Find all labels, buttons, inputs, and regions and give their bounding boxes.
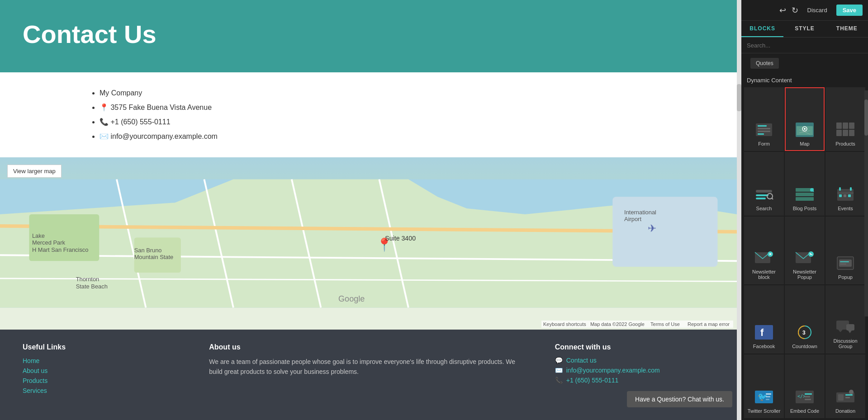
block-embed-code[interactable]: </> Embed Code: [785, 354, 825, 418]
svg-rect-39: [836, 130, 842, 136]
svg-rect-38: [849, 123, 854, 129]
svg-marker-78: [838, 330, 843, 332]
svg-text:</>: </>: [797, 394, 806, 399]
main-scrollbar[interactable]: [737, 0, 741, 420]
svg-text:Merced Park: Merced Park: [32, 239, 66, 246]
block-newsletter-block[interactable]: Newsletter block: [744, 217, 784, 285]
about-heading: About us: [209, 343, 528, 351]
svg-rect-44: [756, 198, 766, 199]
connect-icon: ✉️: [555, 367, 563, 374]
svg-rect-48: [796, 193, 814, 196]
map-attribution: Keyboard shortcuts Map data ©2022 Google…: [541, 321, 733, 328]
svg-rect-31: [797, 126, 813, 135]
svg-rect-41: [849, 130, 854, 136]
map-area: Lake Merced Park H Mart San Francisco Sa…: [0, 157, 737, 330]
footer-link-item: Services: [23, 387, 182, 395]
svg-text:Google: Google: [338, 294, 365, 303]
svg-text:H Mart San Francisco: H Mart San Francisco: [32, 246, 88, 253]
redo-icon[interactable]: ↻: [792, 5, 798, 15]
svg-text:3: 3: [802, 330, 806, 336]
svg-rect-94: [845, 397, 850, 398]
footer-link-item: About us: [23, 367, 182, 375]
svg-rect-89: [805, 396, 810, 397]
blocks-grid: Form Map: [741, 85, 868, 420]
svg-rect-92: [838, 394, 844, 401]
view-larger-map-button[interactable]: View larger map: [7, 165, 62, 178]
footer-link[interactable]: Home: [23, 357, 39, 364]
connect-heading: Connect with us: [555, 343, 714, 351]
footer-link[interactable]: Services: [23, 387, 47, 394]
block-blog-posts[interactable]: Blog Posts: [785, 152, 825, 216]
email-icon: ✉️: [100, 132, 109, 140]
block-search[interactable]: Search: [744, 152, 784, 216]
about-text: We are a team of passionate people whose…: [209, 357, 528, 377]
contact-info-section: My Company 📍 3575 Fake Buena Vista Avenu…: [0, 72, 737, 157]
svg-text:+: +: [810, 252, 812, 256]
block-donation[interactable]: Donation: [825, 354, 865, 418]
footer-useful-links: Useful Links HomeAbout usProductsService…: [23, 343, 182, 396]
company-name: My Company: [100, 86, 714, 100]
right-panel-scrollbar[interactable]: [864, 90, 868, 316]
block-events[interactable]: Events: [825, 152, 865, 216]
block-form[interactable]: Form: [744, 87, 784, 151]
undo-icon[interactable]: ↩: [779, 5, 786, 15]
svg-rect-95: [849, 390, 854, 394]
block-newsletter-popup[interactable]: + Newsletter Popup: [785, 217, 825, 285]
svg-rect-40: [843, 130, 848, 136]
tab-blocks[interactable]: BLOCKS: [741, 21, 783, 37]
block-countdown[interactable]: 3 Countdown: [785, 285, 825, 354]
contact-header: Contact Us: [0, 0, 737, 72]
svg-rect-93: [845, 394, 853, 396]
tab-style[interactable]: STYLE: [783, 21, 825, 37]
block-map[interactable]: Map: [785, 87, 825, 151]
connect-link[interactable]: info@yourcompany.example.com: [566, 367, 660, 374]
footer: Useful Links HomeAbout usProductsService…: [0, 330, 737, 420]
svg-rect-28: [758, 131, 770, 132]
connect-link[interactable]: +1 (650) 555-0111: [566, 377, 619, 384]
save-button[interactable]: Save: [836, 5, 863, 16]
svg-rect-54: [850, 187, 852, 191]
quotes-button[interactable]: Quotes: [750, 58, 779, 69]
connect-icon: 📞: [555, 377, 563, 384]
email: ✉️ info@yourcompany.example.com: [100, 129, 714, 144]
block-twitter-scroller[interactable]: 🐦 Twitter Scroller: [744, 354, 784, 418]
connect-link[interactable]: Contact us: [566, 357, 597, 364]
svg-rect-83: [766, 393, 771, 395]
address: 📍 3575 Fake Buena Vista Avenue: [100, 100, 714, 115]
footer-connect: Connect with us 💬Contact us✉️info@yourco…: [555, 343, 714, 396]
svg-rect-26: [758, 125, 767, 127]
svg-rect-29: [758, 133, 764, 135]
page-title: Contact Us: [23, 19, 157, 49]
block-popup[interactable]: Popup: [825, 217, 865, 285]
svg-text:San Bruno: San Bruno: [134, 247, 162, 254]
svg-rect-53: [839, 187, 841, 191]
svg-rect-42: [756, 190, 772, 193]
svg-rect-27: [758, 128, 770, 129]
footer-link[interactable]: Products: [23, 377, 47, 384]
tab-theme[interactable]: THEME: [826, 21, 868, 37]
map-placeholder: Lake Merced Park H Mart San Francisco Sa…: [0, 157, 737, 330]
svg-point-33: [804, 128, 806, 130]
footer-link[interactable]: About us: [23, 367, 47, 374]
svg-line-46: [772, 198, 773, 199]
svg-rect-56: [839, 194, 842, 197]
svg-text:✈: ✈: [648, 222, 656, 234]
svg-rect-71: [840, 264, 846, 264]
svg-text:State Beach: State Beach: [76, 283, 108, 290]
useful-links-heading: Useful Links: [23, 343, 182, 351]
search-input[interactable]: [747, 42, 863, 49]
main-content: Contact Us My Company 📍 3575 Fake Buena …: [0, 0, 737, 420]
block-discussion-group[interactable]: Discussion Group: [825, 285, 865, 354]
svg-rect-85: [766, 399, 769, 400]
block-products[interactable]: Products: [825, 87, 865, 151]
phone: 📞 +1 (650) 555-0111: [100, 115, 714, 129]
svg-rect-58: [848, 194, 851, 197]
quotes-section: Quotes: [741, 53, 868, 73]
svg-text:Mountain State: Mountain State: [134, 254, 174, 260]
svg-rect-69: [839, 260, 852, 267]
svg-rect-43: [756, 194, 768, 196]
chat-button[interactable]: Have a Question? Chat with us.: [627, 391, 732, 407]
block-facebook[interactable]: f Facebook: [744, 285, 784, 354]
discard-button[interactable]: Discard: [804, 5, 831, 15]
svg-rect-79: [846, 324, 854, 330]
